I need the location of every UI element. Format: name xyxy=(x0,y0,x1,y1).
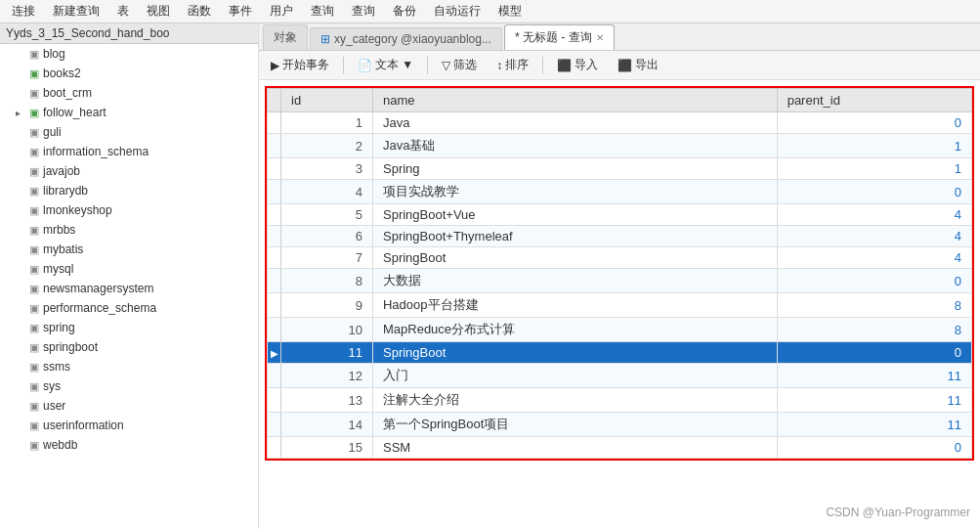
table-row[interactable]: 15SSM0 xyxy=(268,437,972,459)
table-row[interactable]: 4项目实战教学0 xyxy=(268,180,972,204)
tab-xy-category[interactable]: ⊞ xy_category @xiaoyuanblog... xyxy=(310,27,502,50)
sidebar: Yyds_3_15_Second_hand_boo ▣ blog ▣ books… xyxy=(0,23,259,529)
sidebar-item-blog[interactable]: ▣ blog xyxy=(0,44,258,64)
sidebar-item-librarydb[interactable]: ▣ librarydb xyxy=(0,181,258,200)
sidebar-item-mybatis[interactable]: ▣ mybatis xyxy=(0,240,258,259)
sidebar-header: Yyds_3_15_Second_hand_boo xyxy=(0,23,258,44)
menu-model[interactable]: 模型 xyxy=(490,1,530,22)
table-icon: ⊞ xyxy=(320,32,330,46)
cell-parent-id: 0 xyxy=(777,437,971,459)
table-row[interactable]: 13注解大全介绍11 xyxy=(268,388,972,413)
sidebar-item-follow-heart[interactable]: ▸ ▣ follow_heart xyxy=(0,103,258,122)
db-icon: ▣ xyxy=(29,87,39,100)
sidebar-item-sys[interactable]: ▣ sys xyxy=(0,376,258,396)
cell-id: 7 xyxy=(281,247,373,269)
filter-button[interactable]: ▽ 筛选 xyxy=(434,53,485,77)
table-row[interactable]: 7SpringBoot4 xyxy=(268,247,972,269)
db-icon: ▣ xyxy=(29,165,39,178)
import-label: 导入 xyxy=(575,57,598,73)
cell-name: Java xyxy=(372,112,777,134)
sidebar-item-lmonkeyshop[interactable]: ▣ lmonkeyshop xyxy=(0,200,258,220)
cell-id: 2 xyxy=(281,134,373,158)
table-wrapper: id name parent_id 1Java02Java基础13Spring1… xyxy=(265,86,974,461)
menu-backup[interactable]: 备份 xyxy=(385,1,424,22)
db-icon: ▣ xyxy=(29,67,39,80)
sidebar-item-userinformation[interactable]: ▣ userinformation xyxy=(0,416,258,435)
sidebar-item-label: books2 xyxy=(43,66,254,80)
tab-object[interactable]: 对象 xyxy=(263,24,308,50)
menu-connect[interactable]: 连接 xyxy=(4,1,43,22)
table-row[interactable]: 10MapReduce分布式计算8 xyxy=(268,318,972,342)
table-row[interactable]: 8大数据0 xyxy=(268,269,972,293)
sidebar-item-guli[interactable]: ▣ guli xyxy=(0,122,258,142)
separator xyxy=(427,57,428,74)
cell-name: SpringBoot xyxy=(372,247,777,269)
row-indicator xyxy=(268,413,281,437)
db-icon: ▣ xyxy=(29,204,39,217)
import-button[interactable]: ⬛ 导入 xyxy=(549,53,606,77)
cell-id: 14 xyxy=(281,413,373,437)
db-icon: ▣ xyxy=(29,439,39,452)
table-row[interactable]: 5SpringBoot+Vue4 xyxy=(268,204,972,226)
db-icon: ▣ xyxy=(29,126,39,139)
sidebar-item-spring[interactable]: ▣ spring xyxy=(0,318,258,337)
sidebar-item-mysql[interactable]: ▣ mysql xyxy=(0,259,258,279)
sidebar-item-ssms[interactable]: ▣ ssms xyxy=(0,357,258,376)
db-icon: ▣ xyxy=(29,322,39,334)
tab-untitled-query[interactable]: * 无标题 - 查询 ✕ xyxy=(504,24,615,50)
cell-name: Spring xyxy=(372,158,777,180)
menu-report[interactable]: 查询 xyxy=(344,1,383,22)
cell-id: 4 xyxy=(281,180,373,204)
sidebar-item-newsmanager[interactable]: ▣ newsmanagersystem xyxy=(0,279,258,298)
cell-id: 3 xyxy=(281,158,373,180)
sidebar-item-information-schema[interactable]: ▣ information_schema xyxy=(0,142,258,161)
row-indicator xyxy=(268,247,281,269)
db-icon: ▣ xyxy=(29,224,39,237)
menu-view[interactable]: 视图 xyxy=(139,1,178,22)
menu-query[interactable]: 查询 xyxy=(303,1,342,22)
sidebar-item-label: userinformation xyxy=(43,419,254,432)
sidebar-item-books2[interactable]: ▣ books2 xyxy=(0,64,258,83)
sidebar-item-user[interactable]: ▣ user xyxy=(0,396,258,416)
export-button[interactable]: ⬛ 导出 xyxy=(610,53,666,77)
table-row[interactable]: 14第一个SpringBoot项目11 xyxy=(268,413,972,437)
sidebar-item-webdb[interactable]: ▣ webdb xyxy=(0,435,258,455)
sidebar-item-boot-crm[interactable]: ▣ boot_crm xyxy=(0,83,258,103)
row-indicator xyxy=(268,318,281,342)
sidebar-item-label: user xyxy=(43,399,254,413)
menu-user[interactable]: 用户 xyxy=(262,1,301,22)
cell-name: 大数据 xyxy=(372,269,777,293)
cell-id: 6 xyxy=(281,226,373,247)
sidebar-item-javajob[interactable]: ▣ javajob xyxy=(0,161,258,181)
cell-parent-id: 4 xyxy=(777,204,971,226)
menu-function[interactable]: 函数 xyxy=(180,1,219,22)
sidebar-item-label: sys xyxy=(43,379,254,393)
close-icon[interactable]: ✕ xyxy=(596,32,604,43)
sidebar-item-label: librarydb xyxy=(43,184,254,198)
text-button[interactable]: 📄 文本 ▼ xyxy=(350,53,421,77)
table-row[interactable]: 1Java0 xyxy=(268,112,972,134)
cell-name: 第一个SpringBoot项目 xyxy=(372,413,777,437)
sidebar-item-label: ssms xyxy=(43,360,254,374)
table-row[interactable]: 12入门11 xyxy=(268,364,972,388)
menu-new-query[interactable]: 新建查询 xyxy=(45,1,107,22)
sort-label: 排序 xyxy=(505,57,529,73)
menu-event[interactable]: 事件 xyxy=(221,1,260,22)
sidebar-item-label: follow_heart xyxy=(43,106,254,119)
db-icon: ▣ xyxy=(29,243,39,256)
sidebar-item-springboot[interactable]: ▣ springboot xyxy=(0,337,258,357)
menu-table[interactable]: 表 xyxy=(109,1,137,22)
table-row[interactable]: 2Java基础1 xyxy=(268,134,972,158)
sidebar-item-performance-schema[interactable]: ▣ performance_schema xyxy=(0,298,258,318)
row-indicator xyxy=(268,134,281,158)
table-row[interactable]: 6SpringBoot+Thymeleaf4 xyxy=(268,226,972,247)
sidebar-item-mrbbs[interactable]: ▣ mrbbs xyxy=(0,220,258,240)
filter-label: 筛选 xyxy=(453,57,477,73)
sidebar-item-label: mysql xyxy=(43,262,254,276)
menu-autorun[interactable]: 自动运行 xyxy=(426,1,489,22)
begin-transaction-button[interactable]: ▶ 开始事务 xyxy=(263,53,337,77)
table-row[interactable]: 3Spring1 xyxy=(268,158,972,180)
sort-button[interactable]: ↕ 排序 xyxy=(489,53,536,77)
table-row[interactable]: 9Hadoop平台搭建8 xyxy=(268,293,972,318)
table-row[interactable]: ▶11SpringBoot0 xyxy=(268,342,972,364)
